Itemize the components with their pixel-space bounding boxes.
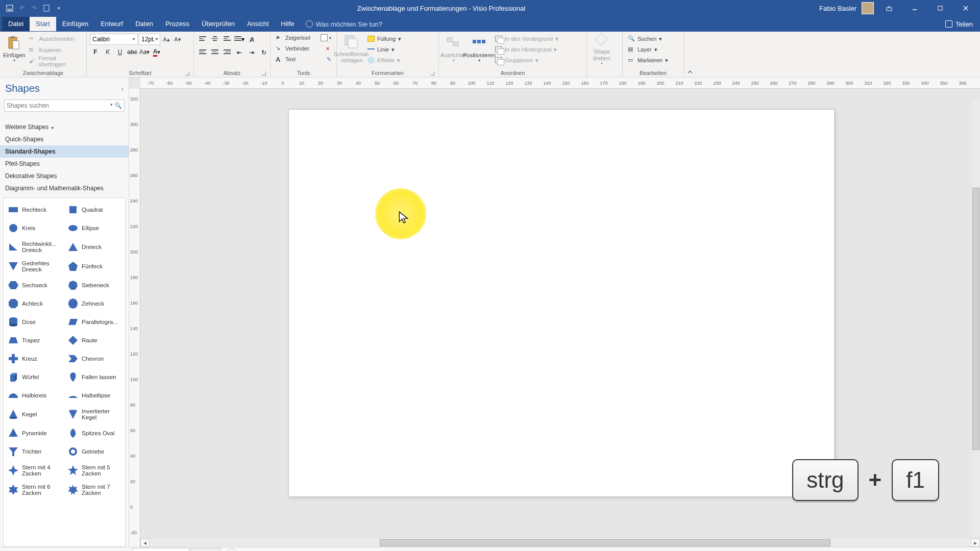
new-icon[interactable]	[42, 4, 51, 13]
shape-item-stern5[interactable]: Stern mit 5 Zacken	[65, 461, 123, 480]
align-center-button[interactable]	[209, 47, 220, 58]
page-tab-all[interactable]: Alle	[190, 548, 221, 551]
collapse-ribbon-button[interactable]	[684, 32, 696, 77]
bold-button[interactable]: F	[90, 47, 101, 57]
decrease-indent-button[interactable]: ⇤	[234, 47, 245, 58]
align-middle-button[interactable]	[209, 34, 220, 45]
strikethrough-button[interactable]: abc	[127, 47, 138, 57]
italic-button[interactable]: K	[102, 47, 113, 57]
qat-dropdown-icon[interactable]: ▾	[54, 4, 63, 13]
cat-pfeil-shapes[interactable]: Pfeil-Shapes	[0, 158, 129, 170]
scroll-thumb[interactable]	[972, 188, 979, 450]
search-go-icon[interactable]: 🔍	[114, 102, 122, 109]
underline-button[interactable]: U	[114, 47, 126, 57]
shape-item-spitzoval[interactable]: Spitzes Oval	[65, 424, 123, 442]
maximize-button[interactable]	[930, 0, 950, 16]
align-right-button[interactable]	[222, 47, 233, 58]
connection-point-icon[interactable]: ×	[324, 45, 331, 52]
shape-item-halbkreis[interactable]: Halbkreis	[6, 387, 63, 404]
font-color-button[interactable]: A▾	[151, 47, 162, 57]
align-left-button[interactable]	[197, 47, 208, 58]
shape-item-achteck[interactable]: Achteck	[6, 295, 63, 312]
font-select[interactable]: Calibri	[90, 34, 138, 45]
tab-daten[interactable]: Daten	[129, 17, 159, 31]
scroll-left-button[interactable]: ◂	[140, 539, 150, 547]
scroll-thumb[interactable]	[380, 539, 830, 546]
scroll-track[interactable]	[151, 539, 970, 547]
shape-item-pyramide[interactable]: Pyramide	[6, 424, 63, 442]
bullets-button[interactable]: ▾	[234, 34, 245, 45]
collapse-pane-button[interactable]: ‹	[121, 85, 124, 92]
shape-item-stern7[interactable]: Stern mit 7 Zacken	[65, 481, 123, 499]
shape-item-gedreht[interactable]: Gedrehtes Dreieck	[6, 257, 63, 276]
shape-item-dreieck[interactable]: Dreieck	[65, 238, 123, 256]
shrink-font-button[interactable]: A▾	[173, 34, 183, 44]
effects-button[interactable]: Effekte ▾	[365, 55, 403, 65]
shape-item-rechtwdreieck[interactable]: Rechtwinkli... Dreieck	[6, 238, 63, 256]
tell-me-search[interactable]: Was möchten Sie tun?	[306, 20, 382, 28]
shape-item-getriebe[interactable]: Getriebe	[65, 443, 123, 460]
shape-item-ellipse[interactable]: Ellipse	[65, 219, 123, 237]
dialog-launcher-icon[interactable]	[430, 71, 434, 76]
dialog-launcher-icon[interactable]	[185, 71, 189, 76]
shape-item-siebeneck[interactable]: Siebeneck	[65, 277, 123, 294]
tab-einfuegen[interactable]: Einfügen	[56, 17, 94, 31]
save-icon[interactable]	[5, 4, 14, 13]
cat-quick-shapes[interactable]: Quick-Shapes	[0, 133, 129, 145]
tab-ansicht[interactable]: Ansicht	[241, 17, 275, 31]
paste-button[interactable]: Einfügen ▾	[3, 33, 25, 65]
drawing-page[interactable]	[288, 109, 835, 497]
shape-item-trapez[interactable]: Trapez	[6, 332, 63, 349]
shape-item-stern6[interactable]: Stern mit 6 Zacken	[6, 481, 63, 499]
rectangle-tool-icon[interactable]	[321, 34, 328, 41]
share-button[interactable]: Teilen	[945, 20, 973, 28]
tab-start[interactable]: Start	[30, 17, 56, 31]
align-button[interactable]: Ausrichten▾	[442, 33, 465, 65]
shape-item-kegel[interactable]: Kegel	[6, 405, 63, 423]
shape-item-fuenfeck[interactable]: Fünfeck	[65, 257, 123, 276]
page-tab-1[interactable]: Zeichenblatt-1	[133, 548, 189, 551]
shape-item-raute[interactable]: Raute	[65, 332, 123, 349]
text-tool-button[interactable]: AText✎	[274, 54, 333, 64]
align-top-button[interactable]	[197, 34, 208, 45]
cat-dekorative-shapes[interactable]: Dekorative Shapes	[0, 170, 129, 182]
cat-diagramm-shapes[interactable]: Diagramm- und Mathematik-Shapes	[0, 182, 129, 194]
change-shape-button[interactable]: Shape ändern▾	[590, 33, 614, 65]
find-button[interactable]: 🔍Suchen ▾	[626, 34, 670, 44]
line-button[interactable]: Linie ▾	[365, 44, 403, 55]
tab-entwurf[interactable]: Entwurf	[94, 17, 129, 31]
cut-button[interactable]: ✂Ausschneiden	[27, 34, 83, 44]
redo-icon[interactable]: ↷	[30, 4, 39, 13]
group-button[interactable]: Gruppieren ▾	[493, 55, 560, 65]
cat-standard-shapes[interactable]: Standard-Shapes	[0, 145, 129, 158]
clear-format-button[interactable]: A̷	[246, 34, 257, 45]
connector-tool-button[interactable]: ↘Verbinder×	[274, 43, 333, 54]
fill-button[interactable]: Füllung ▾	[365, 34, 403, 44]
close-button[interactable]	[955, 0, 976, 16]
shape-item-parallelo[interactable]: Parallelogra...	[65, 313, 123, 331]
shape-item-halbellipse[interactable]: Halbellipse	[65, 387, 123, 404]
copy-button[interactable]: ⧉Kopieren	[27, 45, 83, 55]
undo-icon[interactable]: ↶	[17, 4, 27, 13]
tab-datei[interactable]: Datei	[2, 17, 30, 31]
ink-icon[interactable]: ✎	[327, 56, 331, 63]
send-back-button[interactable]: In den Hintergrund ▾	[493, 44, 560, 55]
font-size-select[interactable]: 12pt.	[139, 34, 160, 45]
format-painter-button[interactable]: 🖌Format übertragen	[27, 56, 83, 66]
pointer-tool-button[interactable]: ➤Zeigertool▾	[274, 33, 333, 43]
shapes-search-input[interactable]	[7, 102, 93, 109]
tab-prozess[interactable]: Prozess	[159, 17, 195, 31]
change-case-button[interactable]: Aa▾	[139, 47, 150, 57]
bring-front-button[interactable]: In den Vordergrund ▾	[493, 34, 560, 44]
vertical-scrollbar[interactable]	[972, 100, 980, 538]
shape-item-stern4[interactable]: Stern mit 4 Zacken	[6, 461, 63, 480]
quick-styles-button[interactable]: Schnellformat-vorlagen	[340, 33, 363, 65]
shape-item-invkegel[interactable]: Invertierter Kegel	[65, 405, 123, 423]
shape-item-sechseck[interactable]: Sechseck	[6, 277, 63, 294]
increase-indent-button[interactable]: ⇥	[246, 47, 257, 58]
shape-item-kreuz[interactable]: Kreuz	[6, 350, 63, 367]
shape-item-chevron[interactable]: Chevron	[65, 350, 123, 367]
shapes-search-box[interactable]: ▾ 🔍	[4, 99, 125, 112]
position-button[interactable]: Positionieren▾	[468, 33, 491, 65]
user-avatar[interactable]	[862, 2, 874, 14]
